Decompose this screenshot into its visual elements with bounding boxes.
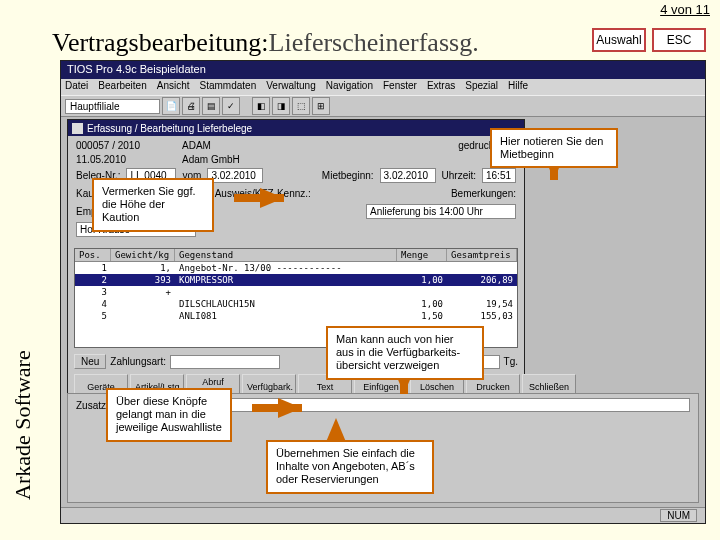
col-gegenstand: Gegenstand: [175, 249, 397, 261]
zahl-label: Zahlungsart:: [110, 356, 166, 367]
arrow-icon: [278, 398, 302, 418]
doc-nr: 000057 / 2010: [76, 140, 176, 151]
menu-item[interactable]: Datei: [65, 80, 88, 94]
menu-item[interactable]: Fenster: [383, 80, 417, 94]
tg-label: Tg.: [504, 356, 518, 367]
tb-icon[interactable]: 📄: [162, 97, 180, 115]
menubar: Datei Bearbeiten Ansicht Stammdaten Verw…: [61, 79, 705, 95]
uhr-field[interactable]: 16:51: [482, 168, 516, 183]
tb-icon[interactable]: ◨: [272, 97, 290, 115]
tb-icon[interactable]: ✓: [222, 97, 240, 115]
menu-item[interactable]: Navigation: [326, 80, 373, 94]
auswahl-button[interactable]: Auswahl: [592, 28, 646, 52]
miet-label: Mietbeginn:: [322, 170, 374, 181]
inner-title-text: Erfassung / Bearbeitung Lieferbelege: [87, 123, 252, 134]
title-part1: Vertragsbearbeitung:: [52, 28, 269, 58]
bem-field[interactable]: Anlieferung bis 14:00 Uhr: [366, 204, 516, 219]
callout-verfueg: Man kann auch von hier aus in die Verfüg…: [326, 326, 484, 380]
kd-code: ADAM: [182, 140, 211, 151]
kd-name: Adam GmbH: [182, 154, 240, 165]
menu-item[interactable]: Bearbeiten: [98, 80, 146, 94]
statusbar: NUM: [61, 507, 705, 523]
callout-uebernehmen: Übernehmen Sie einfach die Inhalte von A…: [266, 440, 434, 494]
inner-titlebar: Erfassung / Bearbeitung Lieferbelege: [68, 120, 524, 136]
neu-button[interactable]: Neu: [74, 354, 106, 369]
menu-item[interactable]: Ansicht: [157, 80, 190, 94]
bem-label: Bemerkungen:: [451, 188, 516, 199]
menu-item[interactable]: Verwaltung: [266, 80, 315, 94]
esc-button[interactable]: ESC: [652, 28, 706, 52]
table-row[interactable]: 2393KOMPRESSOR1,00206,89: [75, 274, 517, 286]
col-gewicht: Gewicht/kg: [111, 249, 175, 261]
filiale-select[interactable]: Hauptfiliale: [65, 99, 160, 114]
menu-item[interactable]: Extras: [427, 80, 455, 94]
vom-field[interactable]: 3.02.2010: [207, 168, 263, 183]
menu-item[interactable]: Spezial: [465, 80, 498, 94]
tb-icon[interactable]: ◧: [252, 97, 270, 115]
callout-knoepfe: Über diese Knöpfe gelangt man in die jew…: [106, 388, 232, 442]
col-pos: Pos.: [75, 249, 111, 261]
callout-kaution: Vermerken Sie ggf. die Höhe der Kaution: [92, 178, 214, 232]
callout-mietbeginn: Hier notieren Sie den Mietbeginn: [490, 128, 618, 168]
col-menge: Menge: [397, 249, 447, 261]
arrow-icon: [260, 188, 284, 208]
arrow-icon: [326, 418, 346, 442]
page-counter: 4 von 11: [660, 2, 710, 17]
tb-icon[interactable]: 🖨: [182, 97, 200, 115]
sidebar-brand: Arkade Software: [10, 350, 36, 500]
col-preis: Gesamtpreis: [447, 249, 517, 261]
table-row[interactable]: 3+: [75, 286, 517, 298]
table-row[interactable]: 5ANLI0811,50155,03: [75, 310, 517, 322]
table-row[interactable]: 11,Angebot-Nr. 13/00 ------------: [75, 262, 517, 274]
status-num: NUM: [660, 509, 697, 522]
window-icon: [72, 123, 83, 134]
tb-icon[interactable]: ⊞: [312, 97, 330, 115]
doc-date: 11.05.2010: [76, 154, 176, 165]
menu-item[interactable]: Stammdaten: [200, 80, 257, 94]
app-titlebar: TIOS Pro 4.9c Beispieldaten: [61, 61, 705, 79]
toolbar: Hauptfiliale 📄 🖨 ▤ ✓ ◧ ◨ ⬚ ⊞: [61, 95, 705, 117]
miet-field[interactable]: 3.02.2010: [380, 168, 436, 183]
tb-icon[interactable]: ▤: [202, 97, 220, 115]
title-part2: Lieferscheinerfassg.: [269, 28, 479, 58]
uhr-label: Uhrzeit:: [442, 170, 476, 181]
table-row[interactable]: 4DILSCHLAUCH15N1,0019,54: [75, 298, 517, 310]
zahl-field[interactable]: [170, 355, 280, 369]
tb-icon[interactable]: ⬚: [292, 97, 310, 115]
menu-item[interactable]: Hilfe: [508, 80, 528, 94]
